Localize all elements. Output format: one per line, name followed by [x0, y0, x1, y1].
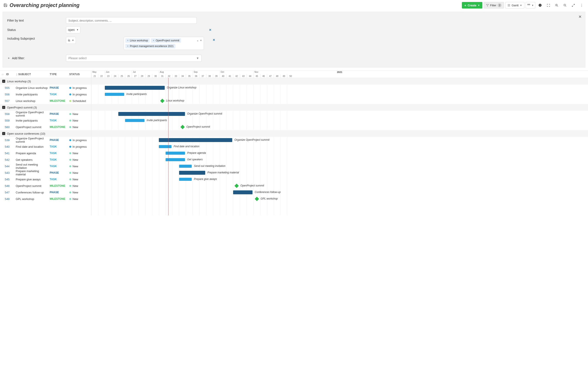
gantt-row[interactable]: Organize Linux workshop — [91, 85, 588, 91]
gantt-row[interactable]: Organize OpenProject summit — [91, 137, 588, 143]
save-icon[interactable] — [3, 3, 7, 7]
gantt-row[interactable]: Invite participants — [91, 91, 588, 98]
gantt-row[interactable]: Linux workshop — [91, 98, 588, 104]
sort-icon[interactable]: ↓↑ — [1, 73, 4, 76]
zoom-out-icon — [563, 4, 567, 7]
wp-id[interactable]: 558 — [0, 112, 16, 116]
gantt-bar[interactable] — [159, 145, 171, 148]
gantt-bar[interactable] — [125, 119, 145, 122]
gantt-row[interactable]: Prepare agenda — [91, 150, 588, 156]
gantt-milestone[interactable] — [180, 125, 185, 129]
gantt-milestone[interactable] — [160, 99, 165, 103]
settings-dropdown-button[interactable]: ▼ — [526, 2, 535, 8]
gantt-row[interactable]: Organize OpenProject summit — [91, 111, 588, 117]
tag-remove-button[interactable]: × — [127, 45, 128, 48]
group-collapse-button[interactable]: − — [2, 106, 5, 109]
table-row[interactable]: 541 Prepare agenda TASK New — [0, 150, 91, 156]
tag-remove-button[interactable]: × — [127, 39, 128, 42]
clear-tags-button[interactable]: × — [197, 39, 198, 42]
gantt-row[interactable]: Send out meeting invitation — [91, 163, 588, 169]
tag-remove-button[interactable]: × — [153, 39, 154, 42]
filter-text-input[interactable] — [66, 17, 197, 24]
gantt-bar[interactable] — [233, 190, 252, 194]
wp-id[interactable]: 545 — [0, 178, 16, 181]
zoom-out-button[interactable] — [561, 2, 568, 9]
filter-subproject-operator[interactable]: is ▼ — [66, 37, 76, 44]
wp-id[interactable]: 557 — [0, 99, 16, 103]
gantt-row[interactable]: Invite participants — [91, 117, 588, 124]
hierarchy-icon[interactable]: ⋮ — [16, 73, 18, 76]
table-row[interactable]: 547 Conferences follow-up PHASE New — [0, 189, 91, 196]
gantt-milestone[interactable] — [255, 197, 259, 201]
wp-id[interactable]: 559 — [0, 119, 16, 122]
group-collapse-button[interactable]: − — [2, 80, 5, 83]
wp-id[interactable]: 549 — [0, 197, 16, 201]
gantt-row[interactable]: OpenProject summit — [91, 183, 588, 189]
add-filter-select[interactable]: Please select ▼ — [66, 55, 202, 62]
col-header-subject[interactable]: SUBJECT — [18, 73, 50, 76]
table-row[interactable]: 549 GPL workshop MILESTONE New — [0, 196, 91, 202]
table-row[interactable]: 539 Organize OpenProject summit PHASE In… — [0, 137, 91, 143]
wp-id[interactable]: 543 — [0, 171, 16, 174]
wp-id[interactable]: 548 — [0, 184, 16, 188]
gantt-row[interactable]: OpenProject summit — [91, 124, 588, 130]
gantt-row[interactable]: Conferences follow-up — [91, 189, 588, 196]
table-row[interactable]: 545 Prepare give aways TASK New — [0, 176, 91, 183]
wp-type: TASK — [50, 165, 69, 168]
filter-status-select[interactable]: open ▼ — [66, 26, 80, 33]
remove-subproject-filter-button[interactable]: ✕ — [213, 38, 215, 42]
gantt-bar[interactable] — [118, 112, 185, 116]
gantt-row[interactable]: Prepare marketing material — [91, 169, 588, 176]
wp-id[interactable]: 542 — [0, 158, 16, 161]
gantt-row[interactable]: GPL workshop — [91, 196, 588, 202]
table-row[interactable]: 557 Linux workshop MILESTONE Scheduled — [0, 98, 91, 104]
add-filter-button[interactable]: ＋ Add filter: — [7, 56, 66, 60]
remove-status-filter-button[interactable]: ✕ — [209, 28, 211, 32]
fullscreen-button[interactable] — [570, 2, 577, 9]
wp-id[interactable]: 556 — [0, 93, 16, 96]
gantt-bar[interactable] — [179, 178, 192, 181]
table-row[interactable]: 556 Invite participants TASK In progress — [0, 91, 91, 98]
wp-id[interactable]: 540 — [0, 145, 16, 148]
gantt-bar[interactable] — [105, 93, 124, 96]
table-row[interactable]: 540 Find date and location TASK In progr… — [0, 143, 91, 150]
wp-id[interactable]: 560 — [0, 126, 16, 129]
table-row[interactable]: 543 Prepare marketing material PHASE New — [0, 169, 91, 176]
gantt-row[interactable]: Get speakers — [91, 156, 588, 163]
close-filter-button[interactable]: ✕ — [577, 14, 583, 19]
wp-subject: OpenProject summit — [16, 126, 50, 129]
chevron-down-icon[interactable]: ▼ — [200, 39, 202, 42]
view-gantt-button[interactable]: ☷ Gantt ▼ — [505, 2, 525, 8]
gantt-row[interactable]: Prepare give aways — [91, 176, 588, 183]
filter-button[interactable]: Filter 2 — [484, 2, 504, 8]
table-row[interactable]: 544 Send out meeting invitation TASK New — [0, 163, 91, 169]
gantt-bar[interactable] — [105, 86, 165, 90]
table-row[interactable]: 558 Organize OpenProject summit PHASE Ne… — [0, 111, 91, 117]
table-row[interactable]: 548 OpenProject summit MILESTONE New — [0, 183, 91, 189]
zoom-in-button[interactable] — [553, 2, 560, 9]
table-row[interactable]: 560 OpenProject summit MILESTONE New — [0, 124, 91, 130]
col-header-status[interactable]: STATUS — [69, 73, 91, 76]
gantt-bar[interactable] — [159, 138, 232, 142]
zoom-fit-button[interactable] — [545, 2, 552, 9]
col-header-type[interactable]: TYPE — [50, 73, 69, 76]
wp-id[interactable]: 544 — [0, 165, 16, 168]
wp-id[interactable]: 547 — [0, 191, 16, 194]
info-button[interactable]: i — [537, 2, 544, 9]
wp-id[interactable]: 541 — [0, 152, 16, 155]
table-row[interactable]: 559 Invite participants TASK New — [0, 117, 91, 124]
gantt-row[interactable]: Find date and location — [91, 143, 588, 150]
table-row[interactable]: 555 Organize Linux workshop PHASE In pro… — [0, 85, 91, 91]
wp-id[interactable]: 555 — [0, 86, 16, 89]
gantt-bar[interactable] — [179, 165, 192, 168]
gantt-bar[interactable] — [179, 171, 205, 175]
filter-subproject-op-value: is — [68, 39, 70, 42]
subproject-tag-box[interactable]: ×Linux workshop ×OpenProject summit ×Pro… — [124, 37, 204, 50]
gantt-milestone[interactable] — [234, 184, 239, 188]
more-menu-button[interactable]: ⋮ — [578, 2, 585, 9]
col-header-id[interactable]: ID — [6, 73, 16, 76]
table-row[interactable]: 542 Get speakers TASK New — [0, 156, 91, 163]
group-collapse-button[interactable]: − — [2, 132, 5, 135]
create-button[interactable]: + Create ▼ — [462, 2, 482, 8]
wp-id[interactable]: 539 — [0, 139, 16, 142]
